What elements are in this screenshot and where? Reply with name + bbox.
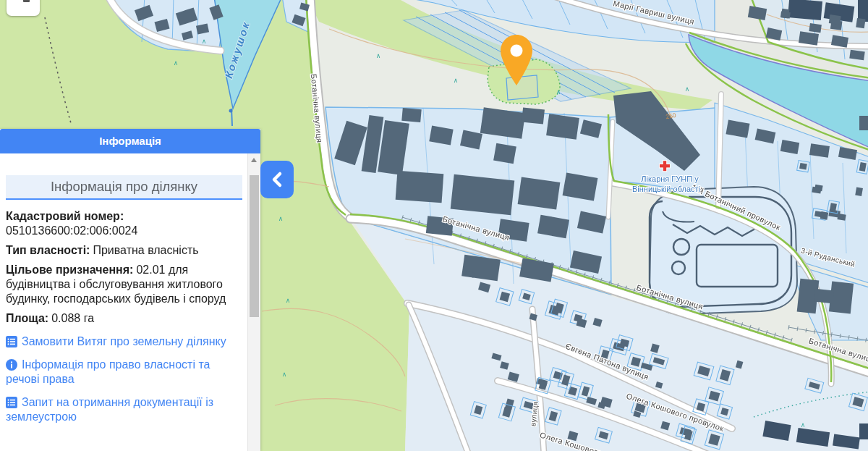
info-icon [6,359,17,371]
field-ownership-type: Тип власності:Приватна власність [6,243,242,258]
field-area: Площа:0.088 га [6,311,242,326]
link-text: Інформація про право власності та речові… [6,358,210,385]
svg-text:∧: ∧ [556,88,561,96]
panel-collapse-button[interactable] [260,161,294,198]
hospital-label-line1: Лікарня ГУНП у [641,174,699,183]
svg-text:∧: ∧ [278,215,284,222]
scrollbar-up-arrow-icon[interactable] [248,153,260,166]
scrollbar-thumb[interactable] [250,175,259,317]
map-control-button[interactable] [7,0,40,16]
field-label: Цільове призначення: [6,264,133,276]
svg-text:∧: ∧ [282,371,287,378]
svg-text:∧: ∧ [174,59,179,67]
documentation-request-link[interactable]: Запит на отримання документації із земле… [6,395,242,424]
field-value: 0.088 га [51,312,94,324]
ownership-info-link[interactable]: Інформація про право власності та речові… [6,358,242,387]
chevron-left-icon [268,169,286,190]
svg-text:∧: ∧ [454,77,459,84]
list-icon [6,397,17,408]
svg-text:∧: ∧ [801,421,806,429]
link-text: Запит на отримання документації із земле… [6,396,213,423]
panel-body: Інформація про ділянку Кадастровий номер… [0,153,248,451]
info-panel: Інформація Інформація про ділянку Кадаст… [0,129,260,451]
map-control-glyph [23,0,30,2]
field-purpose: Цільове призначення:02.01 для будівництв… [6,263,242,306]
field-label: Тип власності: [6,244,90,256]
panel-header: Інформація [0,129,260,153]
field-label: Площа: [6,312,48,324]
svg-text:∧: ∧ [685,85,690,93]
svg-text:∧: ∧ [202,38,207,45]
panel-scrollbar[interactable] [247,153,260,451]
list-icon [6,336,17,347]
field-value: 0510136600:02:006:0024 [6,224,242,238]
svg-text:∧: ∧ [376,52,381,59]
field-label: Кадастровий номер: [6,210,124,222]
order-extract-link[interactable]: Замовити Витяг про земельну ділянку [6,334,242,349]
link-text: Замовити Витяг про земельну ділянку [22,335,226,347]
hospital-label-line2: Вінницькій області [632,185,700,193]
section-title: Інформація про ділянку [6,175,242,200]
svg-text:∧: ∧ [286,297,291,304]
field-value: Приватна власність [93,244,198,256]
section-title-text: Інформація про ділянку [51,179,197,194]
field-cadastral-number: Кадастровий номер: 0510136600:02:006:002… [6,209,242,238]
panel-title: Інформація [99,135,161,147]
